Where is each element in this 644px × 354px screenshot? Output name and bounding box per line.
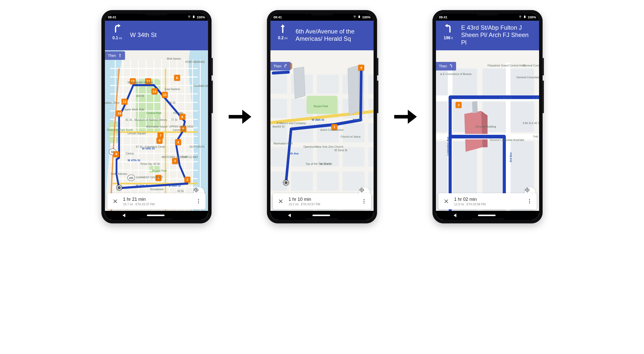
svg-rect-1 bbox=[193, 16, 194, 18]
waypoint-marker[interactable]: 11 bbox=[122, 99, 128, 105]
waypoint-marker[interactable]: 3 bbox=[456, 102, 462, 108]
next-maneuver-chip[interactable]: Then bbox=[270, 62, 291, 70]
back-icon[interactable] bbox=[123, 214, 125, 217]
waypoint-marker[interactable]: 4 bbox=[358, 65, 364, 71]
waypoint-marker[interactable]: 12 bbox=[130, 78, 136, 84]
svg-rect-73 bbox=[369, 123, 374, 142]
then-turn-left-icon bbox=[449, 64, 453, 69]
waypoint-marker[interactable]: 13 bbox=[145, 78, 151, 84]
svg-marker-91 bbox=[348, 65, 359, 115]
close-navigation-button[interactable] bbox=[277, 199, 285, 204]
svg-rect-89 bbox=[307, 96, 338, 114]
waypoint-marker[interactable]: 10 bbox=[116, 110, 122, 116]
svg-rect-108 bbox=[436, 68, 477, 96]
maneuver-distance: 0.2mi bbox=[278, 36, 288, 40]
home-icon[interactable] bbox=[478, 215, 496, 216]
more-options-button[interactable] bbox=[361, 199, 367, 204]
waypoint-marker[interactable]: 5 bbox=[180, 126, 186, 132]
current-location-dot bbox=[283, 180, 289, 185]
svg-rect-6 bbox=[149, 166, 159, 173]
svg-rect-75 bbox=[291, 147, 313, 167]
svg-rect-68 bbox=[369, 99, 374, 118]
more-options-button[interactable] bbox=[527, 199, 533, 204]
then-straight-icon bbox=[118, 53, 122, 58]
svg-rect-78 bbox=[369, 147, 374, 167]
flow-arrow-icon bbox=[227, 104, 252, 129]
svg-rect-106 bbox=[524, 15, 525, 16]
battery-pct: 100% bbox=[362, 15, 371, 19]
eta: ETA 03:37 PM bbox=[135, 203, 154, 206]
back-icon[interactable] bbox=[288, 214, 291, 217]
waypoint-marker[interactable]: 2 bbox=[184, 177, 190, 183]
battery-pct: 100% bbox=[197, 15, 205, 19]
home-icon[interactable] bbox=[312, 215, 330, 216]
svg-rect-61 bbox=[317, 74, 339, 94]
svg-marker-116 bbox=[472, 101, 478, 113]
svg-marker-93 bbox=[294, 67, 305, 99]
then-label: Then bbox=[108, 54, 116, 58]
location-icon bbox=[353, 15, 356, 19]
svg-point-55 bbox=[354, 16, 355, 17]
remaining-distance: 15.2 mi bbox=[289, 203, 298, 206]
home-icon[interactable] bbox=[147, 215, 165, 216]
battery-icon bbox=[192, 15, 195, 19]
svg-point-122 bbox=[527, 189, 528, 190]
remaining-time: 1 hr 02 min bbox=[454, 197, 527, 202]
svg-rect-81 bbox=[317, 171, 339, 191]
waypoint-marker[interactable]: 15 bbox=[162, 92, 168, 98]
route-summary-bar[interactable]: 1 hr 10 min 15.2 mi ETA 03:57 PM bbox=[273, 193, 371, 209]
street-name: E 43rd St/Abp Fulton J Sheen Pl/ Arch FJ… bbox=[461, 24, 536, 46]
waypoint-marker[interactable]: 14 bbox=[151, 88, 157, 94]
back-icon[interactable] bbox=[454, 214, 456, 217]
then-label: Then bbox=[273, 64, 281, 68]
navigation-header[interactable]: 196ft E 43rd St/Abp Fulton J Sheen Pl/ A… bbox=[436, 21, 539, 50]
maneuver-distance: 196ft bbox=[444, 36, 453, 40]
svg-rect-72 bbox=[343, 123, 365, 142]
svg-rect-57 bbox=[359, 15, 359, 16]
svg-rect-2 bbox=[193, 15, 194, 16]
flow-arrow-icon bbox=[392, 104, 417, 129]
waypoint-end-marker[interactable]: E bbox=[174, 75, 180, 81]
status-time: 09:41 bbox=[108, 15, 116, 19]
next-maneuver-chip[interactable]: Then bbox=[436, 62, 456, 70]
waypoint-marker[interactable]: 9 bbox=[113, 151, 119, 157]
svg-point-46 bbox=[196, 189, 197, 190]
eta: ETA 03:58 PM bbox=[466, 203, 486, 206]
svg-point-104 bbox=[520, 16, 521, 17]
recents-icon[interactable] bbox=[352, 213, 356, 218]
route-summary-bar[interactable]: 1 hr 21 min 15.7 mi ETA 03:37 PM bbox=[107, 193, 206, 209]
next-maneuver-chip[interactable]: Then bbox=[105, 51, 125, 60]
then-turn-right-icon bbox=[284, 64, 288, 69]
svg-rect-83 bbox=[369, 171, 374, 191]
maneuver-distance: 0.1mi bbox=[112, 36, 122, 40]
location-icon bbox=[188, 15, 191, 19]
navigation-header[interactable]: 0.2mi 6th Ave/Avenue of the Americas/ He… bbox=[270, 21, 374, 50]
navigation-header[interactable]: 0.1mi W 34th St bbox=[105, 21, 208, 50]
route-summary-info: 1 hr 02 min 12.5 mi ETA 03:58 PM bbox=[454, 197, 527, 206]
close-navigation-button[interactable] bbox=[442, 199, 450, 204]
status-time: 09:41 bbox=[439, 15, 447, 19]
recents-icon[interactable] bbox=[186, 213, 190, 218]
more-options-button[interactable] bbox=[195, 199, 202, 204]
svg-point-95 bbox=[361, 189, 362, 190]
battery-pct: 100% bbox=[528, 15, 536, 19]
street-name: 6th Ave/Avenue of the Americas/ Herald S… bbox=[296, 28, 370, 43]
svg-rect-77 bbox=[343, 147, 365, 167]
remaining-distance: 12.5 mi bbox=[454, 203, 464, 206]
close-navigation-button[interactable] bbox=[111, 199, 119, 204]
route-summary-info: 1 hr 10 min 15.2 mi ETA 03:57 PM bbox=[289, 197, 361, 206]
recents-icon[interactable] bbox=[517, 213, 521, 218]
route-summary-bar[interactable]: 1 hr 02 min 12.5 mi ETA 03:58 PM bbox=[438, 193, 537, 209]
remaining-time: 1 hr 10 min bbox=[289, 197, 361, 202]
maneuver-turn-left-icon bbox=[443, 23, 453, 34]
waypoint-marker[interactable]: 6 bbox=[179, 114, 185, 120]
svg-rect-64 bbox=[270, 99, 287, 118]
waypoint-marker[interactable]: 8 bbox=[156, 138, 163, 144]
waypoint-marker[interactable]: 1 bbox=[331, 124, 337, 130]
waypoint-marker[interactable]: 3 bbox=[172, 158, 178, 164]
svg-marker-54 bbox=[242, 110, 251, 124]
remaining-time: 1 hr 21 min bbox=[123, 197, 195, 202]
device-screen: 09:41 100% 196ft bbox=[436, 14, 539, 220]
waypoint-marker[interactable]: 1 bbox=[155, 175, 162, 181]
waypoint-marker[interactable]: 4 bbox=[175, 139, 181, 145]
